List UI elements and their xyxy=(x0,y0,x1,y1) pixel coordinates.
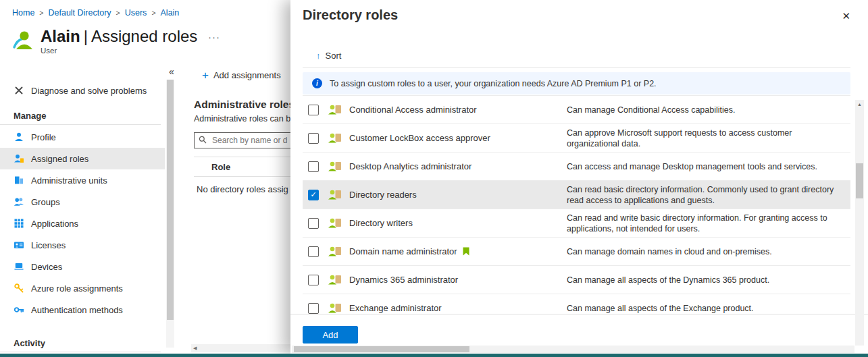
role-checkbox[interactable] xyxy=(308,133,319,144)
sidebar-section-manage: Manage xyxy=(0,101,161,125)
sort-button[interactable]: ↑ Sort xyxy=(312,50,345,61)
bookmark-icon xyxy=(463,247,469,256)
content-description: Administrative roles can b xyxy=(194,114,290,123)
sidebar-item-groups[interactable]: Groups xyxy=(0,191,165,213)
role-name: Directory writers xyxy=(349,218,413,228)
content-heading: Administrative roles xyxy=(194,99,295,111)
breadcrumb-separator: > xyxy=(39,9,43,17)
more-button[interactable]: ··· xyxy=(207,30,222,44)
breadcrumb-separator: > xyxy=(116,9,120,17)
role-name: Dynamics 365 administrator xyxy=(349,275,458,285)
scroll-left-icon[interactable]: ◀ xyxy=(193,346,197,351)
role-row[interactable]: Domain name administrator Can manage dom… xyxy=(303,238,850,266)
plus-icon: + xyxy=(202,70,209,81)
sort-label: Sort xyxy=(326,51,342,61)
role-description: Can approve Microsoft support requests t… xyxy=(567,128,850,149)
breadcrumb-users[interactable]: Users xyxy=(125,8,147,18)
sidebar-nav: Diagnose and solve problems Manage Profi… xyxy=(0,80,165,354)
page-subtitle: User xyxy=(41,47,197,55)
sidebar-item-licenses[interactable]: Licenses xyxy=(0,234,165,256)
sidebar-item-devices[interactable]: Devices xyxy=(0,256,165,277)
role-row[interactable]: Desktop Analytics administrator Can acce… xyxy=(303,153,850,181)
close-icon[interactable]: ✕ xyxy=(840,9,852,24)
breadcrumb: Home>Default Directory>Users>Alain xyxy=(12,8,179,18)
info-banner-text: To assign custom roles to a user, your o… xyxy=(330,79,657,88)
sidebar-item-label: Authentication methods xyxy=(31,305,123,315)
sidebar-collapse-button[interactable]: « xyxy=(165,65,178,78)
directory-role-icon xyxy=(328,189,342,200)
directory-role-icon xyxy=(328,161,342,172)
role-description: Can access and manage Desktop management… xyxy=(567,161,850,172)
breadcrumb-home[interactable]: Home xyxy=(12,8,34,18)
role-name: Desktop Analytics administrator xyxy=(349,161,471,171)
role-row-directory-readers[interactable]: Directory readers Can read basic directo… xyxy=(303,181,850,209)
sidebar-item-label: Devices xyxy=(31,262,62,272)
sidebar-item-label: Administrative units xyxy=(31,175,107,186)
panel-vertical-scrollbar[interactable]: ▲ xyxy=(855,100,864,346)
directory-role-icon xyxy=(328,132,342,144)
breadcrumb-default-directory[interactable]: Default Directory xyxy=(48,8,111,18)
role-row[interactable]: Dynamics 365 administrator Can manage al… xyxy=(303,266,850,294)
page-header: Alain|Assigned roles User xyxy=(11,27,197,55)
info-icon xyxy=(312,78,322,88)
role-description: Can manage all aspects of the Dynamics 3… xyxy=(567,275,850,285)
sidebar-item-label: Assigned roles xyxy=(31,154,88,164)
role-checkbox[interactable] xyxy=(308,303,319,314)
assigned-roles-icon xyxy=(14,153,24,164)
directory-role-icon xyxy=(328,246,342,257)
add-assignments-label: Add assignments xyxy=(213,70,281,80)
role-description: Can manage all aspects of the Exchange p… xyxy=(567,303,850,314)
sidebar-item-administrative-units[interactable]: Administrative units xyxy=(0,169,165,191)
role-description: Can manage Conditional Access capabiliti… xyxy=(567,105,850,115)
scroll-up-icon[interactable]: ▲ xyxy=(855,102,864,107)
role-checkbox[interactable] xyxy=(308,246,319,257)
azure-portal-screen: Home>Default Directory>Users>Alain Alain… xyxy=(0,0,868,357)
role-description: Can read basic directory information. Co… xyxy=(567,184,850,206)
panel-horizontal-scrollbar[interactable] xyxy=(292,346,854,353)
role-name: Exchange administrator xyxy=(349,303,442,313)
role-row[interactable]: Directory writers Can read and write bas… xyxy=(303,209,850,238)
role-checkbox[interactable] xyxy=(308,218,319,229)
sort-arrow-icon: ↑ xyxy=(316,51,321,61)
page-title-name: Alain xyxy=(41,27,80,45)
role-checkbox[interactable] xyxy=(308,190,319,200)
sidebar-item-azure-role-assignments[interactable]: Azure role assignments xyxy=(0,277,165,299)
sidebar-scrollbar[interactable] xyxy=(166,80,174,348)
sidebar-scrollbar-thumb[interactable] xyxy=(167,80,174,320)
role-list: Conditional Access administrator Can man… xyxy=(303,95,850,323)
sidebar-item-applications[interactable]: Applications xyxy=(0,213,165,234)
breadcrumb-alain[interactable]: Alain xyxy=(161,8,180,18)
groups-icon xyxy=(14,196,24,207)
sidebar-item-profile[interactable]: Profile xyxy=(0,126,165,148)
sidebar-item-label: Licenses xyxy=(31,240,66,250)
add-button[interactable]: Add xyxy=(303,326,358,344)
page-title-section: Assigned roles xyxy=(91,27,197,45)
role-checkbox[interactable] xyxy=(308,105,319,115)
role-name: Conditional Access administrator xyxy=(349,105,477,115)
sidebar-item-authentication-methods[interactable]: Authentication methods xyxy=(0,299,165,321)
sidebar-item-label: Applications xyxy=(31,219,78,229)
diagnose-icon xyxy=(14,85,24,96)
directory-roles-panel: Directory roles ✕ ↑ Sort To assign custo… xyxy=(290,0,868,354)
user-avatar-icon xyxy=(11,28,36,53)
role-row[interactable]: Conditional Access administrator Can man… xyxy=(303,96,850,124)
sidebar-item-label: Profile xyxy=(31,132,56,142)
role-checkbox[interactable] xyxy=(308,161,319,172)
page-title: Alain|Assigned roles xyxy=(41,27,197,45)
window-bottom-edge xyxy=(0,354,868,357)
add-assignments-button[interactable]: + Add assignments xyxy=(198,69,285,82)
role-column-header: Role xyxy=(211,162,230,172)
divider xyxy=(303,67,850,68)
search-icon xyxy=(199,134,207,146)
directory-role-icon xyxy=(328,104,342,115)
role-checkbox[interactable] xyxy=(308,275,319,285)
directory-role-icon xyxy=(328,217,342,229)
sidebar-item-diagnose[interactable]: Diagnose and solve problems xyxy=(0,80,165,101)
role-row[interactable]: Customer LockBox access approver Can app… xyxy=(303,124,850,153)
authentication-methods-icon xyxy=(14,304,24,315)
panel-title: Directory roles xyxy=(303,7,398,23)
role-description: Can read and write basic directory infor… xyxy=(567,213,850,234)
panel-horizontal-scrollbar-thumb[interactable] xyxy=(294,346,469,352)
panel-vertical-scrollbar-thumb[interactable] xyxy=(856,163,863,198)
sidebar-item-assigned-roles[interactable]: Assigned roles xyxy=(0,148,165,169)
